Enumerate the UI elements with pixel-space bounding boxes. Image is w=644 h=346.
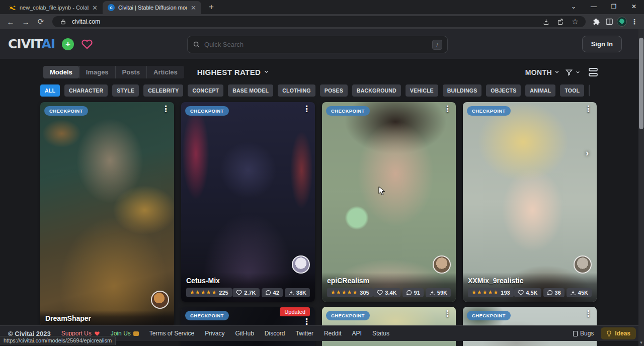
ideas-button[interactable]: Ideas [601, 327, 636, 339]
rating-pill[interactable]: ★★★★★ 193 [468, 288, 514, 297]
likes-count: 3.4K [385, 290, 396, 296]
tab-civitai[interactable]: c Civitai | Stable Diffusion models, ✕ [103, 1, 201, 14]
back-button[interactable]: ← [4, 15, 17, 28]
comments-pill[interactable]: 42 [262, 288, 283, 297]
comments-pill[interactable]: 91 [403, 288, 424, 297]
downloads-pill[interactable]: 45K [567, 288, 592, 297]
likes-pill[interactable]: 4.5K [514, 288, 541, 297]
reload-button[interactable]: ⟳ [34, 15, 47, 28]
period-dropdown[interactable]: MONTH [525, 68, 560, 76]
tab-close-icon[interactable]: ✕ [191, 5, 196, 11]
footer-link-twitter[interactable]: Twitter [296, 330, 313, 337]
card-menu-icon[interactable]: ⋮ [162, 105, 170, 113]
pills-scroll-right-icon[interactable]: › [586, 148, 589, 158]
download-page-icon[interactable] [540, 16, 551, 27]
likes-pill[interactable]: 2.7K [232, 288, 259, 297]
window-controls: ⌄ — ❐ ✕ [564, 0, 644, 13]
model-card-xxmix-9realistic[interactable]: CHECKPOINT ⋮ XXMix_9realistic ★★★★★ 193 [463, 102, 597, 302]
creator-avatar[interactable] [292, 255, 310, 274]
tab-colab[interactable]: new_colab_file.ipynb - Colaborat ✕ [4, 1, 103, 14]
creator-avatar[interactable] [433, 255, 451, 274]
layout-toggle-icon[interactable] [589, 68, 598, 76]
pill-poses[interactable]: POSES [320, 84, 348, 97]
bookmark-star-icon[interactable]: ☆ [570, 16, 581, 27]
close-button[interactable]: ✕ [624, 0, 644, 13]
model-card-epicrealism[interactable]: CHECKPOINT ⋮ epiCRealism ★★★★★ 305 [322, 102, 456, 302]
browser-profile-avatar[interactable] [617, 17, 627, 27]
filter-dropdown[interactable] [565, 68, 581, 76]
pill-tool[interactable]: TOOL [560, 84, 584, 97]
pill-background[interactable]: BACKGROUND [352, 84, 401, 97]
downloads-pill[interactable]: 38K [285, 288, 310, 297]
url-bar[interactable]: civitai.com ☆ [52, 16, 586, 27]
footer-link-api[interactable]: API [352, 330, 362, 337]
footer-link-privacy[interactable]: Privacy [205, 330, 224, 337]
rating-pill[interactable]: ★★★★★ 225 [186, 288, 232, 297]
card-menu-icon[interactable]: ⋮ [302, 317, 311, 326]
pill-concept[interactable]: CONCEPT [188, 84, 223, 97]
card-menu-icon[interactable]: ⋮ [443, 105, 452, 113]
browser-menu-kebab-icon[interactable]: ⋮ [629, 16, 640, 27]
side-panel-icon[interactable] [604, 16, 615, 27]
pill-character[interactable]: CHARACTER [64, 84, 108, 97]
model-card-dreamshaper[interactable]: CHECKPOINT ⋮ DreamShaper [40, 102, 174, 327]
card-menu-icon[interactable]: ⋮ [302, 105, 311, 113]
scrollbar-thumb[interactable] [639, 38, 643, 129]
model-card-cetus-mix[interactable]: CHECKPOINT ⋮ Cetus-Mix ★★★★★ 225 [181, 102, 315, 302]
creator-avatar[interactable] [574, 255, 592, 274]
upload-plus-button[interactable]: + [62, 38, 74, 50]
pill-clothing[interactable]: CLOTHING [278, 84, 315, 97]
model-card-grid: CHECKPOINT ⋮ DreamShaper CHECKPOINT ⋮ Ce [40, 102, 644, 346]
tab-posts[interactable]: Posts [115, 66, 146, 78]
likes-pill[interactable]: 3.4K [373, 288, 400, 297]
pill-animal[interactable]: ANIMAL [525, 84, 555, 97]
scrollbar-down-arrow-icon[interactable]: ▼ [638, 340, 644, 345]
search-input[interactable] [204, 41, 428, 48]
share-icon[interactable] [555, 16, 566, 27]
card-menu-icon[interactable]: ⋮ [443, 309, 452, 318]
civitai-logo[interactable]: CIVITAI [8, 37, 55, 51]
extensions-puzzle-icon[interactable] [591, 16, 602, 27]
pill-all[interactable]: ALL [40, 84, 60, 97]
bugs-link[interactable]: Bugs [573, 330, 594, 337]
footer-link-discord[interactable]: Discord [265, 330, 285, 337]
card-menu-icon[interactable]: ⋮ [584, 309, 593, 318]
minimize-button[interactable]: — [584, 0, 604, 13]
maximize-button[interactable]: ❐ [604, 0, 624, 13]
sign-in-button[interactable]: Sign In [582, 36, 622, 52]
civitai-favicon-icon: c [108, 4, 115, 11]
sort-dropdown[interactable]: HIGHEST RATED [197, 68, 270, 76]
tab-models[interactable]: Models [43, 66, 79, 78]
tab-search-icon[interactable]: ⌄ [564, 0, 584, 13]
page-scrollbar[interactable]: ▼ [638, 29, 644, 346]
pill-buildings[interactable]: BUILDINGS [443, 84, 482, 97]
quick-search-bar[interactable]: / [187, 36, 448, 53]
briefcase-icon [133, 331, 139, 336]
downloads-pill[interactable]: 59K [426, 288, 451, 297]
new-tab-button[interactable]: + [205, 2, 217, 12]
creator-avatar[interactable] [151, 291, 169, 309]
model-title: epiCRealism [327, 277, 451, 285]
card-menu-icon[interactable]: ⋮ [584, 105, 593, 113]
favorites-heart-icon[interactable] [81, 39, 93, 50]
tab-articles[interactable]: Articles [146, 66, 184, 78]
pill-style[interactable]: STYLE [112, 84, 139, 97]
pill-vehicle[interactable]: VEHICLE [406, 84, 438, 97]
rating-pill[interactable]: ★★★★★ 305 [327, 288, 373, 297]
link-status-bar: https://civitai.com/models/25694/epicrea… [0, 336, 116, 345]
forward-button[interactable]: → [19, 15, 32, 28]
comments-pill[interactable]: 36 [543, 288, 565, 297]
footer-link-terms[interactable]: Terms of Service [149, 330, 194, 337]
footer-link-github[interactable]: GitHub [235, 330, 254, 337]
stat-group: 2.7K 42 38K [232, 288, 310, 297]
checkpoint-badge: CHECKPOINT [467, 311, 511, 320]
pill-base-model[interactable]: BASE MODEL [228, 84, 273, 97]
footer-link-reddit[interactable]: Reddit [324, 330, 342, 337]
tab-close-icon[interactable]: ✕ [92, 5, 98, 11]
pill-celebrity[interactable]: CELEBRITY [143, 84, 183, 97]
tab-images[interactable]: Images [79, 66, 115, 78]
pill-objects[interactable]: OBJECTS [486, 84, 521, 97]
category-pills: ALL CHARACTER STYLE CELEBRITY CONCEPT BA… [40, 84, 590, 97]
footer-link-status[interactable]: Status [372, 330, 389, 337]
pill-action[interactable]: ACTION [589, 84, 590, 97]
